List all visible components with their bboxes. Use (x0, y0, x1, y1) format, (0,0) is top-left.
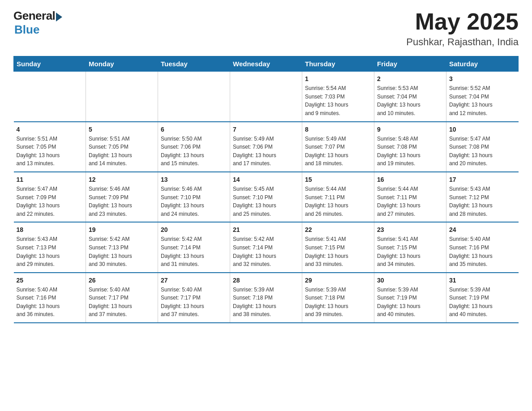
day-number: 1 (305, 75, 371, 82)
day-info: Sunrise: 5:40 AM Sunset: 7:17 PM Dayligh… (89, 286, 155, 319)
calendar-day-cell: 4Sunrise: 5:51 AM Sunset: 7:05 PM Daylig… (14, 122, 86, 172)
day-number: 16 (377, 176, 443, 183)
calendar-day-cell: 17Sunrise: 5:43 AM Sunset: 7:12 PM Dayli… (446, 172, 519, 222)
day-number: 6 (161, 126, 227, 133)
calendar-day-cell: 26Sunrise: 5:40 AM Sunset: 7:17 PM Dayli… (86, 273, 158, 323)
day-number: 24 (449, 226, 516, 233)
calendar-day-cell: 1Sunrise: 5:54 AM Sunset: 7:03 PM Daylig… (302, 72, 374, 122)
month-year-title: May 2025 (406, 9, 519, 34)
calendar-day-cell: 23Sunrise: 5:41 AM Sunset: 7:15 PM Dayli… (374, 222, 446, 272)
calendar-day-cell: 19Sunrise: 5:42 AM Sunset: 7:13 PM Dayli… (86, 222, 158, 272)
day-info: Sunrise: 5:52 AM Sunset: 7:04 PM Dayligh… (449, 84, 516, 117)
calendar-table: SundayMondayTuesdayWednesdayThursdayFrid… (13, 56, 519, 323)
day-number: 13 (161, 176, 227, 183)
day-info: Sunrise: 5:39 AM Sunset: 7:19 PM Dayligh… (449, 286, 516, 319)
day-info: Sunrise: 5:51 AM Sunset: 7:05 PM Dayligh… (17, 135, 83, 168)
calendar-day-cell (158, 72, 230, 122)
calendar-day-cell: 22Sunrise: 5:41 AM Sunset: 7:15 PM Dayli… (302, 222, 374, 272)
day-info: Sunrise: 5:48 AM Sunset: 7:08 PM Dayligh… (377, 135, 443, 168)
weekday-header-wednesday: Wednesday (230, 56, 302, 72)
calendar-day-cell: 11Sunrise: 5:47 AM Sunset: 7:09 PM Dayli… (14, 172, 86, 222)
day-info: Sunrise: 5:41 AM Sunset: 7:15 PM Dayligh… (377, 235, 443, 268)
calendar-day-cell: 3Sunrise: 5:52 AM Sunset: 7:04 PM Daylig… (446, 72, 519, 122)
weekday-header-friday: Friday (374, 56, 446, 72)
logo-blue-text: Blue (14, 23, 39, 37)
day-number: 12 (89, 176, 155, 183)
day-number: 9 (377, 126, 443, 133)
day-number: 27 (161, 277, 227, 284)
calendar-day-cell: 12Sunrise: 5:46 AM Sunset: 7:09 PM Dayli… (86, 172, 158, 222)
day-number: 23 (377, 226, 443, 233)
day-info: Sunrise: 5:54 AM Sunset: 7:03 PM Dayligh… (305, 84, 371, 117)
day-number: 8 (305, 126, 371, 133)
calendar-header: SundayMondayTuesdayWednesdayThursdayFrid… (14, 56, 519, 72)
calendar-day-cell: 16Sunrise: 5:44 AM Sunset: 7:11 PM Dayli… (374, 172, 446, 222)
calendar-day-cell: 27Sunrise: 5:40 AM Sunset: 7:17 PM Dayli… (158, 273, 230, 323)
calendar-day-cell: 9Sunrise: 5:48 AM Sunset: 7:08 PM Daylig… (374, 122, 446, 172)
calendar-day-cell (14, 72, 86, 122)
calendar-day-cell: 8Sunrise: 5:49 AM Sunset: 7:07 PM Daylig… (302, 122, 374, 172)
day-info: Sunrise: 5:39 AM Sunset: 7:18 PM Dayligh… (233, 286, 299, 319)
weekday-header-sunday: Sunday (14, 56, 86, 72)
day-number: 22 (305, 226, 371, 233)
day-number: 30 (377, 277, 443, 284)
day-info: Sunrise: 5:43 AM Sunset: 7:13 PM Dayligh… (17, 235, 83, 268)
day-info: Sunrise: 5:46 AM Sunset: 7:10 PM Dayligh… (161, 185, 227, 218)
weekday-header-saturday: Saturday (446, 56, 519, 72)
day-info: Sunrise: 5:51 AM Sunset: 7:05 PM Dayligh… (89, 135, 155, 168)
day-number: 10 (449, 126, 516, 133)
day-number: 25 (17, 277, 83, 284)
day-number: 5 (89, 126, 155, 133)
calendar-day-cell (230, 72, 302, 122)
location-subtitle: Pushkar, Rajasthan, India (406, 36, 519, 48)
day-number: 11 (17, 176, 83, 183)
calendar-week-row: 11Sunrise: 5:47 AM Sunset: 7:09 PM Dayli… (14, 172, 519, 222)
calendar-day-cell: 25Sunrise: 5:40 AM Sunset: 7:16 PM Dayli… (14, 273, 86, 323)
calendar-day-cell: 18Sunrise: 5:43 AM Sunset: 7:13 PM Dayli… (14, 222, 86, 272)
day-number: 19 (89, 226, 155, 233)
day-info: Sunrise: 5:53 AM Sunset: 7:04 PM Dayligh… (377, 84, 443, 117)
calendar-week-row: 18Sunrise: 5:43 AM Sunset: 7:13 PM Dayli… (14, 222, 519, 272)
calendar-day-cell: 31Sunrise: 5:39 AM Sunset: 7:19 PM Dayli… (446, 273, 519, 323)
day-info: Sunrise: 5:42 AM Sunset: 7:13 PM Dayligh… (89, 235, 155, 268)
calendar-day-cell: 7Sunrise: 5:49 AM Sunset: 7:06 PM Daylig… (230, 122, 302, 172)
weekday-header-monday: Monday (86, 56, 158, 72)
day-info: Sunrise: 5:39 AM Sunset: 7:18 PM Dayligh… (305, 286, 371, 319)
calendar-day-cell: 24Sunrise: 5:40 AM Sunset: 7:16 PM Dayli… (446, 222, 519, 272)
day-number: 28 (233, 277, 299, 284)
day-info: Sunrise: 5:41 AM Sunset: 7:15 PM Dayligh… (305, 235, 371, 268)
calendar-day-cell: 13Sunrise: 5:46 AM Sunset: 7:10 PM Dayli… (158, 172, 230, 222)
calendar-day-cell: 28Sunrise: 5:39 AM Sunset: 7:18 PM Dayli… (230, 273, 302, 323)
day-info: Sunrise: 5:43 AM Sunset: 7:12 PM Dayligh… (449, 185, 516, 218)
logo-general-text: General (13, 9, 55, 23)
day-info: Sunrise: 5:46 AM Sunset: 7:09 PM Dayligh… (89, 185, 155, 218)
calendar-day-cell: 10Sunrise: 5:47 AM Sunset: 7:08 PM Dayli… (446, 122, 519, 172)
calendar-day-cell: 2Sunrise: 5:53 AM Sunset: 7:04 PM Daylig… (374, 72, 446, 122)
day-number: 20 (161, 226, 227, 233)
calendar-day-cell: 15Sunrise: 5:44 AM Sunset: 7:11 PM Dayli… (302, 172, 374, 222)
calendar-week-row: 1Sunrise: 5:54 AM Sunset: 7:03 PM Daylig… (14, 72, 519, 122)
day-info: Sunrise: 5:47 AM Sunset: 7:08 PM Dayligh… (449, 135, 516, 168)
calendar-day-cell: 14Sunrise: 5:45 AM Sunset: 7:10 PM Dayli… (230, 172, 302, 222)
day-info: Sunrise: 5:40 AM Sunset: 7:16 PM Dayligh… (449, 235, 516, 268)
day-info: Sunrise: 5:40 AM Sunset: 7:17 PM Dayligh… (161, 286, 227, 319)
title-block: May 2025 Pushkar, Rajasthan, India (406, 9, 519, 48)
day-info: Sunrise: 5:42 AM Sunset: 7:14 PM Dayligh… (161, 235, 227, 268)
weekday-header-thursday: Thursday (302, 56, 374, 72)
day-number: 17 (449, 176, 516, 183)
calendar-day-cell: 20Sunrise: 5:42 AM Sunset: 7:14 PM Dayli… (158, 222, 230, 272)
logo-arrow-icon (56, 13, 62, 21)
calendar-week-row: 25Sunrise: 5:40 AM Sunset: 7:16 PM Dayli… (14, 273, 519, 323)
day-number: 3 (449, 75, 516, 82)
day-number: 14 (233, 176, 299, 183)
calendar-day-cell: 30Sunrise: 5:39 AM Sunset: 7:19 PM Dayli… (374, 273, 446, 323)
weekday-header-tuesday: Tuesday (158, 56, 230, 72)
day-number: 15 (305, 176, 371, 183)
calendar-day-cell: 21Sunrise: 5:42 AM Sunset: 7:14 PM Dayli… (230, 222, 302, 272)
day-number: 2 (377, 75, 443, 82)
weekday-header-row: SundayMondayTuesdayWednesdayThursdayFrid… (14, 56, 519, 72)
day-number: 4 (17, 126, 83, 133)
logo: General Blue (13, 9, 62, 37)
calendar-day-cell: 5Sunrise: 5:51 AM Sunset: 7:05 PM Daylig… (86, 122, 158, 172)
day-info: Sunrise: 5:39 AM Sunset: 7:19 PM Dayligh… (377, 286, 443, 319)
